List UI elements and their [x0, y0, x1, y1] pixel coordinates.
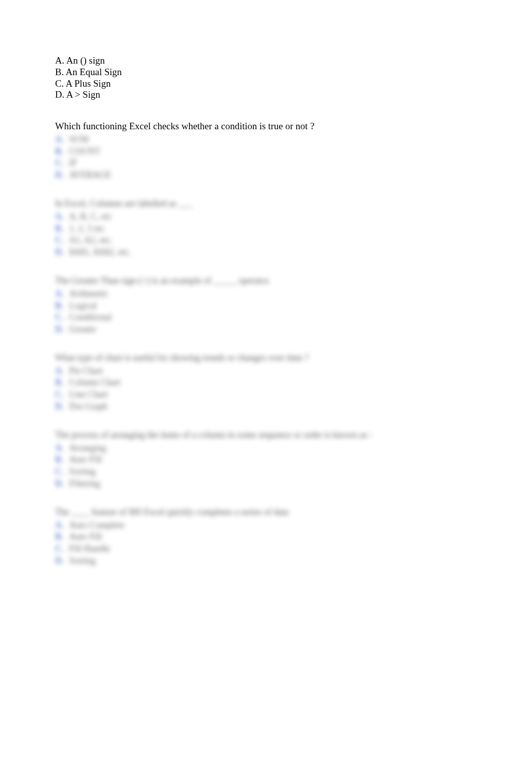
option-letter: B. — [55, 454, 66, 465]
blurred-option: D.Dot Graph — [55, 401, 477, 412]
option-d: D. A > Sign — [55, 89, 477, 101]
blurred-option: C.Conditional — [55, 312, 477, 323]
option-a: A. An () sign — [55, 55, 477, 67]
blurred-option: A.Arithmetic — [55, 289, 477, 300]
option-letter: B. — [55, 146, 66, 157]
option-text: Auto Fill — [69, 532, 102, 543]
option-letter: B. — [55, 532, 66, 543]
option-text: Dot Graph — [69, 401, 107, 412]
option-letter: D. — [55, 401, 66, 412]
blurred-option: D.Greater — [55, 324, 477, 335]
option-text: Arranging — [69, 443, 106, 454]
option-text: AVERAGE — [69, 170, 111, 181]
option-letter: C. — [55, 158, 66, 169]
blurred-option: A.Arranging — [55, 443, 477, 454]
blurred-option: D.Filtering — [55, 478, 477, 489]
blurred-question-prompt: The ____ feature of MS Excel quickly com… — [55, 507, 477, 518]
option-text: A1, A2, etc. — [69, 235, 112, 246]
blurred-option: C.IF — [55, 158, 477, 169]
blurred-question-prompt: The process of arranging the items of a … — [55, 430, 477, 441]
option-letter: A. — [55, 366, 66, 377]
blurred-content: A.SUMB.COUNTC.IFD.AVERAGEIn Excel, Colum… — [55, 134, 477, 566]
blurred-option: A.SUM — [55, 134, 477, 145]
option-text: Logical — [69, 301, 97, 312]
option-letter: C. — [55, 389, 66, 400]
option-text: COUNT — [69, 146, 100, 157]
blurred-question-2: The Greater Than sign (>) is an example … — [55, 276, 477, 335]
option-text: A, B, C, etc — [69, 211, 112, 222]
option-text: Sorting — [69, 556, 96, 567]
option-letter: A. — [55, 443, 66, 454]
option-b: B. An Equal Sign — [55, 67, 477, 78]
option-text: SUM — [69, 134, 89, 145]
blurred-option: C.Sorting — [55, 466, 477, 477]
blurred-option: B.Auto Fill — [55, 454, 477, 465]
option-text: Auto Complete — [69, 520, 125, 531]
option-letter: B. — [55, 377, 66, 388]
blurred-question-prompt: The Greater Than sign (>) is an example … — [55, 276, 477, 287]
option-text: Line Chart — [69, 389, 108, 400]
blurred-option: A.Auto Complete — [55, 520, 477, 531]
option-letter: A. — [55, 134, 66, 145]
option-letter: D. — [55, 478, 66, 489]
option-letter: A. — [55, 211, 66, 222]
question-2-title: Which functioning Excel checks whether a… — [55, 121, 477, 132]
blurred-question-prompt: In Excel, Columns are labelled as ___ — [55, 198, 477, 209]
blurred-option: A.Pie Chart — [55, 366, 477, 377]
option-letter: C. — [55, 312, 66, 323]
question-2: Which functioning Excel checks whether a… — [55, 121, 477, 566]
blurred-option: B.Column Chart — [55, 377, 477, 388]
option-letter: C. — [55, 544, 66, 555]
option-text: $A$1, $A$2, etc. — [69, 247, 131, 258]
option-text: Sorting — [69, 466, 96, 477]
option-text: Greater — [69, 324, 96, 335]
blurred-option: D.AVERAGE — [55, 170, 477, 181]
option-text: 1, 2, 3 etc — [69, 223, 104, 234]
blurred-question-3: What type of chart is useful for showing… — [55, 353, 477, 412]
question-options-block: A. An () sign B. An Equal Sign C. A Plus… — [55, 55, 477, 101]
option-letter: B. — [55, 223, 66, 234]
option-letter: D. — [55, 556, 66, 567]
option-letter: C. — [55, 466, 66, 477]
option-letter: B. — [55, 301, 66, 312]
blurred-question-5: The ____ feature of MS Excel quickly com… — [55, 507, 477, 566]
blurred-option: C.Fill Handle — [55, 544, 477, 555]
option-text: Auto Fill — [69, 454, 102, 465]
option-letter: C. — [55, 235, 66, 246]
option-letter: D. — [55, 170, 66, 181]
option-text: IF — [69, 158, 77, 169]
blurred-option: B.COUNT — [55, 146, 477, 157]
blurred-option: B.Logical — [55, 301, 477, 312]
blurred-question-1: In Excel, Columns are labelled as ___A.A… — [55, 198, 477, 257]
option-letter: D. — [55, 247, 66, 258]
option-text: Column Chart — [69, 377, 121, 388]
blurred-option: B.Auto Fill — [55, 532, 477, 543]
option-text: Arithmetic — [69, 289, 108, 300]
blurred-question-4: The process of arranging the items of a … — [55, 430, 477, 489]
blurred-option: D.$A$1, $A$2, etc. — [55, 247, 477, 258]
option-text: Conditional — [69, 312, 112, 323]
blurred-option: C.Line Chart — [55, 389, 477, 400]
blurred-option: D.Sorting — [55, 556, 477, 567]
option-letter: A. — [55, 520, 66, 531]
blurred-question-0: A.SUMB.COUNTC.IFD.AVERAGE — [55, 134, 477, 180]
option-text: Filtering — [69, 478, 100, 489]
option-letter: D. — [55, 324, 66, 335]
blurred-option: B.1, 2, 3 etc — [55, 223, 477, 234]
option-text: Fill Handle — [69, 544, 110, 555]
option-text: Pie Chart — [69, 366, 103, 377]
blurred-option: A.A, B, C, etc — [55, 211, 477, 222]
option-c: C. A Plus Sign — [55, 78, 477, 90]
blurred-question-prompt: What type of chart is useful for showing… — [55, 353, 477, 364]
blurred-option: C.A1, A2, etc. — [55, 235, 477, 246]
option-letter: A. — [55, 289, 66, 300]
